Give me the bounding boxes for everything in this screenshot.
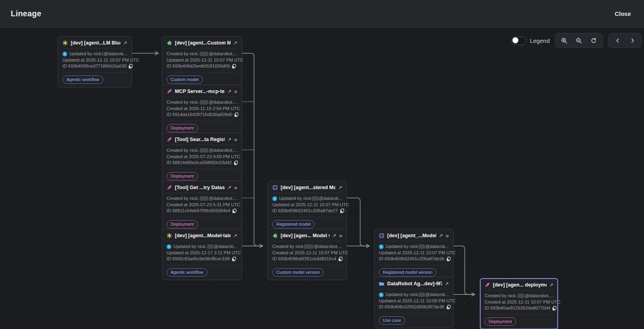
info-icon: i — [379, 292, 384, 297]
zoom-out-icon[interactable] — [572, 33, 586, 48]
lineage-node-registered-model[interactable]: [dev] [agent...stered Model ↗ » iUpdated… — [268, 181, 347, 232]
copy-id-icon[interactable] — [338, 257, 343, 261]
node-type-icon — [272, 233, 278, 238]
legend-toggle[interactable] — [511, 37, 526, 45]
open-in-new-tab-icon[interactable]: ↗ — [439, 233, 443, 238]
node-title: [dev] [agent...stered Model — [281, 185, 336, 190]
copy-id-icon[interactable] — [232, 257, 236, 261]
copy-id-icon[interactable] — [446, 305, 451, 310]
node-type-icon — [167, 137, 172, 142]
node-author-line: iUpdated by nick@datarob... — [379, 244, 449, 250]
node-type-icon — [379, 233, 384, 238]
expand-node-icon[interactable]: » — [446, 233, 449, 238]
zoom-in-icon[interactable] — [557, 33, 572, 48]
info-icon: i — [62, 52, 67, 56]
node-author-line: iCreated by nick.@datarobot.... — [167, 51, 237, 57]
lineage-graph-canvas[interactable]: Legend — [0, 28, 644, 329]
lineage-node-blueprint[interactable]: [dev] [agent...LM Blueprint ↗ » iUpdated… — [58, 36, 132, 87]
node-type-badge: Agentic workflow — [62, 75, 103, 84]
node-date-line: Updated at 2025-12-11 10:07 PM UTC — [62, 57, 127, 64]
open-in-new-tab-icon[interactable]: ↗ — [338, 185, 342, 190]
node-type-icon — [167, 40, 172, 46]
redacted-username — [200, 52, 209, 56]
node-type-icon — [272, 185, 278, 190]
redacted-username — [207, 244, 213, 249]
lineage-node-use-case[interactable]: DataRobot Ag...dev]-9f73e72 ↗ » iUpdated… — [374, 277, 454, 328]
copy-id-icon[interactable] — [340, 209, 344, 213]
lineage-node-mcp-server[interactable]: MCP Server...-mcp-test] ↗ » iCreated by … — [162, 85, 242, 136]
expand-node-icon[interactable]: » — [234, 89, 237, 94]
node-type-badge: Deployment — [167, 220, 198, 228]
expand-node-icon[interactable]: » — [234, 137, 237, 142]
node-type-badge: Registered model — [272, 220, 314, 228]
close-button[interactable]: Close — [612, 10, 633, 17]
expand-node-icon[interactable]: » — [234, 185, 237, 190]
redacted-username — [518, 294, 525, 298]
node-id-line: ID 68814d85e3ca358683c03d42 — [167, 160, 237, 166]
node-author-line: iUpdated by nick@datarob... — [272, 195, 342, 202]
open-in-new-tab-icon[interactable]: ↗ — [549, 283, 553, 287]
copy-id-icon[interactable] — [234, 161, 238, 165]
redacted-username — [200, 196, 209, 201]
redacted-username — [200, 100, 209, 105]
node-title: [dev] [agent_...Model (v1) — [387, 233, 436, 238]
node-type-badge: Deployment — [167, 172, 198, 180]
lineage-node-tool-search[interactable]: [Tool] Sear...ta Registry ↗ » iCreated b… — [162, 133, 242, 184]
lineage-node-model-latest[interactable]: [dev] [agent...Model-latest ↗ » iUpdated… — [162, 229, 242, 280]
lineage-node-custom-model[interactable]: [dev] [agent...Custom Model ↗ » iCreated… — [162, 36, 242, 87]
node-date-line: Created at 2025-12-11 10:07 PM UTC — [272, 250, 342, 256]
node-date-line: Created at 2025-07-23 9:00 PM UTC — [167, 154, 237, 160]
copy-id-icon[interactable] — [552, 306, 557, 311]
zoom-button-group — [555, 33, 603, 48]
node-title: [dev] [agent...Custom Model — [175, 40, 231, 46]
node-id-line: ID 693b4096a5f351cb3d8315c4 — [272, 256, 342, 262]
node-title: MCP Server...-mcp-test] — [175, 89, 225, 94]
open-in-new-tab-icon[interactable]: ↗ — [233, 233, 237, 238]
zoom-reset-icon[interactable] — [586, 33, 601, 48]
lineage-node-model-v1[interactable]: [dev] [agent_...Model (v1) ↗ » iUpdated … — [374, 229, 454, 280]
redacted-username — [200, 148, 209, 153]
node-date-line: Created at 2025-11-19 2:54 PM UTC — [167, 106, 237, 112]
page-title: Lineage — [11, 9, 41, 18]
copy-id-icon[interactable] — [446, 257, 451, 261]
node-type-badge: Registered model version — [379, 268, 436, 277]
node-title: [dev] [agen... Model v1.3 — [281, 233, 330, 238]
lineage-node-deployment[interactable]: [dev] [agen... deployment ↗ » iCreated b… — [480, 278, 558, 329]
node-type-icon — [379, 281, 384, 286]
lineage-node-model-v13[interactable]: [dev] [agen... Model v1.3 ↗ » iCreated b… — [268, 229, 347, 280]
copy-id-icon[interactable] — [232, 64, 236, 69]
node-date-line: Created at 2025-12-11 10:07 PM UTC — [485, 299, 553, 306]
node-date-line: Updated at 2025-12-11 10:07 PM UTC — [272, 202, 342, 208]
redacted-username — [312, 196, 318, 201]
node-type-badge: Use case — [379, 316, 405, 325]
node-type-icon — [62, 40, 68, 46]
node-title: [Tool] Get ...try Dataset — [175, 185, 225, 190]
lineage-dialog-header: Lineage Close — [0, 0, 644, 28]
copy-id-icon[interactable] — [232, 209, 237, 213]
node-date-line: Updated at 2025-12-11 10:07 PM UTC — [167, 57, 237, 64]
open-in-new-tab-icon[interactable]: ↗ — [233, 41, 237, 45]
open-in-new-tab-icon[interactable]: ↗ — [332, 233, 336, 238]
open-in-new-tab-icon[interactable]: ↗ — [227, 185, 231, 190]
node-type-badge: Custom model version — [272, 268, 324, 277]
prev-icon[interactable] — [610, 33, 625, 48]
info-icon: i — [379, 244, 384, 249]
graph-toolbar: Legend — [511, 33, 642, 48]
open-in-new-tab-icon[interactable]: ↗ — [445, 281, 449, 286]
copy-id-icon[interactable] — [128, 64, 133, 69]
next-icon[interactable] — [625, 33, 640, 48]
node-author-line: iCreated by nick.@datarobot.... — [167, 147, 237, 154]
expand-node-icon[interactable]: » — [339, 233, 342, 238]
node-author-line: iCreated by nick.@datarobot.... — [167, 99, 237, 106]
redacted-username — [418, 292, 425, 297]
open-in-new-tab-icon[interactable]: ↗ — [227, 89, 231, 94]
lineage-node-tool-get[interactable]: [Tool] Get ...try Dataset ↗ » iCreated b… — [162, 181, 242, 232]
node-id-line: ID 693b409b52491c206a87de2b — [379, 256, 449, 262]
legend-toggle-knob — [512, 37, 518, 43]
node-id-line: ID 693b409b52491c206a87de27 — [272, 208, 342, 214]
copy-id-icon[interactable] — [234, 112, 239, 117]
node-type-badge: Deployment — [485, 317, 516, 326]
open-in-new-tab-icon[interactable]: ↗ — [123, 41, 127, 45]
open-in-new-tab-icon[interactable]: ↗ — [227, 137, 231, 142]
node-title: [dev] [agen... deployment — [493, 282, 547, 288]
